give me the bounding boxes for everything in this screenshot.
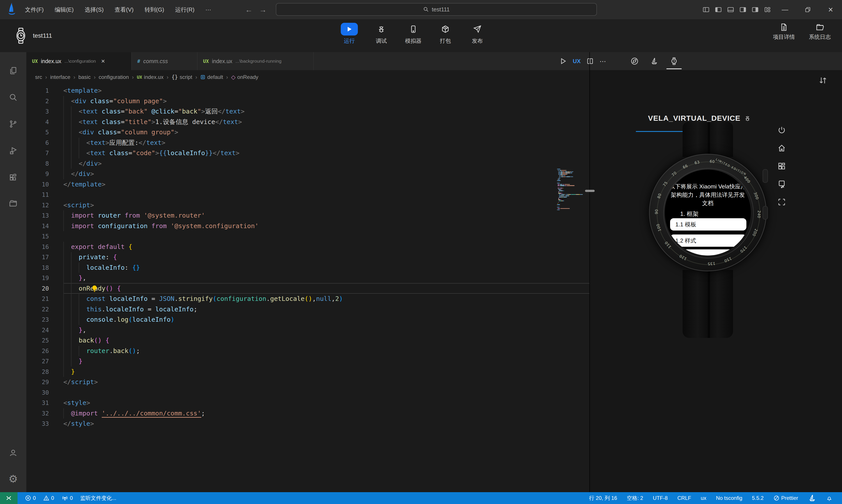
code-line-10[interactable]: 10</template> bbox=[26, 179, 590, 190]
menu-e[interactable]: 编辑(E) bbox=[51, 4, 77, 16]
code-line-15[interactable]: 15 bbox=[26, 231, 590, 242]
statusbar-cursor-position[interactable]: 行 20, 列 16 bbox=[589, 494, 617, 502]
close-window-button[interactable]: × bbox=[819, 0, 842, 19]
breadcrumb-configuration[interactable]: configuration bbox=[99, 74, 129, 80]
close-tab-icon[interactable]: × bbox=[101, 57, 105, 65]
watch-button-1[interactable]: 1.1 模板 bbox=[670, 218, 747, 231]
code-line-4[interactable]: 4<text class="title">1.设备信息 device</text… bbox=[26, 117, 590, 127]
code-line-14[interactable]: 14import configuration from '@system.con… bbox=[26, 221, 590, 231]
statusbar-errors[interactable]: 0 bbox=[25, 495, 36, 501]
code-line-33[interactable]: 33</style> bbox=[26, 418, 590, 429]
device-crop-frame-icon[interactable] bbox=[777, 197, 787, 207]
menu-s[interactable]: 选择(S) bbox=[81, 4, 108, 16]
activitybar-debug-alt-icon[interactable] bbox=[7, 145, 19, 157]
device-power-icon[interactable] bbox=[777, 125, 787, 135]
activitybar-extensions-icon[interactable] bbox=[7, 172, 19, 184]
tab-index.ux-configuration[interactable]: UXindex.ux...\configuration× bbox=[26, 52, 131, 70]
breadcrumb-src[interactable]: src bbox=[35, 74, 42, 80]
watch-screen[interactable]: 以下将展示 Xiaomi Vela快应用架构能力，具体用法详见开发文档 1. 框… bbox=[665, 169, 751, 255]
debug-button[interactable]: 调试 bbox=[365, 21, 397, 44]
breadcrumb-basic[interactable]: basic bbox=[78, 74, 91, 80]
nav-forward-button[interactable]: → bbox=[259, 5, 267, 14]
code-line-6[interactable]: 6<text>应用配置:</text> bbox=[26, 138, 590, 148]
layout-sidebar-right-filled-icon[interactable] bbox=[737, 0, 749, 19]
code-line-25[interactable]: 25back() { bbox=[26, 335, 590, 346]
code-line-19[interactable]: 19}, bbox=[26, 273, 590, 283]
menu-g[interactable]: 转到(G) bbox=[141, 4, 168, 16]
code-line-5[interactable]: 5<div class="column group"> bbox=[26, 127, 590, 138]
statusbar-ide-brand[interactable] bbox=[808, 494, 817, 502]
code-line-30[interactable]: 30 bbox=[26, 388, 590, 398]
layout-panel-bottom-icon[interactable] bbox=[724, 0, 737, 19]
project-details-button[interactable]: 项目详情 bbox=[768, 21, 800, 40]
nav-back-button[interactable]: ← bbox=[245, 5, 252, 14]
menu-f[interactable]: 文件(F) bbox=[21, 4, 48, 16]
code-line-17[interactable]: 17private: { bbox=[26, 252, 590, 263]
code-line-27[interactable]: 27} bbox=[26, 356, 590, 366]
statusbar-encoding[interactable]: UTF-8 bbox=[653, 495, 668, 501]
menu-more[interactable]: ··· bbox=[201, 4, 215, 15]
package-button[interactable]: 打包 bbox=[429, 21, 461, 44]
simulator-button[interactable]: 模拟器 bbox=[397, 21, 429, 44]
device-view-compass-icon[interactable] bbox=[628, 52, 641, 70]
activitybar-files-icon[interactable] bbox=[7, 65, 19, 77]
code-line-16[interactable]: 16export default { bbox=[26, 242, 590, 252]
split-editor-icon[interactable] bbox=[586, 57, 594, 65]
restore-window-button[interactable] bbox=[796, 0, 819, 19]
code-line-24[interactable]: 24}, bbox=[26, 325, 590, 336]
breadcrumb-onReady[interactable]: ◇onReady bbox=[231, 74, 258, 80]
code-line-29[interactable]: 29</script> bbox=[26, 377, 590, 388]
device-grid-icon[interactable] bbox=[777, 161, 787, 171]
minimize-button[interactable]: — bbox=[774, 0, 796, 19]
statusbar-warnings[interactable]: 0 bbox=[43, 495, 54, 501]
menu-r[interactable]: 运行(R) bbox=[171, 4, 198, 16]
activitybar-search-icon[interactable] bbox=[7, 91, 19, 104]
layout-sidebar-left-filled-icon[interactable] bbox=[712, 0, 724, 19]
layout-sidebar-left-icon[interactable] bbox=[700, 0, 712, 19]
code-line-11[interactable]: 11 bbox=[26, 190, 590, 200]
code-line-12[interactable]: 12<script> bbox=[26, 200, 590, 211]
breadcrumb-interface[interactable]: interface bbox=[50, 74, 70, 80]
statusbar-eol[interactable]: CRLF bbox=[677, 495, 691, 501]
breadcrumb-index.ux[interactable]: UXindex.ux bbox=[137, 74, 163, 80]
code-line-28[interactable]: 28} bbox=[26, 366, 590, 377]
code-line-26[interactable]: 26router.back(); bbox=[26, 346, 590, 356]
statusbar-language-mode[interactable]: ux bbox=[701, 495, 706, 501]
menu-v[interactable]: 查看(V) bbox=[111, 4, 138, 16]
breadcrumb-default[interactable]: default bbox=[200, 74, 223, 80]
lightbulb-icon[interactable] bbox=[91, 285, 98, 292]
statusbar-indentation[interactable]: 空格: 2 bbox=[627, 494, 643, 502]
watch-button-2[interactable]: 1.2 样式 bbox=[670, 234, 747, 247]
code-line-3[interactable]: 3<text class="back" @click="back">返回</te… bbox=[26, 106, 590, 117]
activitybar-project-folder-icon[interactable] bbox=[7, 197, 19, 210]
publish-button[interactable]: 发布 bbox=[461, 21, 493, 44]
device-view-watch-icon[interactable] bbox=[668, 52, 680, 70]
statusbar-watch-message[interactable]: 监听文件变化... bbox=[80, 494, 116, 502]
run-button[interactable]: 运行 bbox=[333, 21, 365, 44]
more-actions-icon[interactable]: ⋯ bbox=[599, 57, 607, 65]
code-line-8[interactable]: 8</div> bbox=[26, 158, 590, 169]
command-search-box[interactable]: test111 bbox=[276, 3, 597, 16]
ux-preview-button[interactable]: UX bbox=[573, 58, 581, 65]
code-line-1[interactable]: 1<template> bbox=[26, 86, 590, 96]
code-line-13[interactable]: 13import router from '@system.router' bbox=[26, 210, 590, 221]
code-line-7[interactable]: 7<text class="code">{{localeInfo}}</text… bbox=[26, 148, 590, 158]
layout-custom-icon[interactable] bbox=[761, 0, 774, 19]
device-home-icon[interactable] bbox=[777, 143, 787, 153]
system-log-button[interactable]: 系统日志 bbox=[803, 21, 836, 40]
run-file-icon[interactable] bbox=[559, 57, 567, 65]
code-line-32[interactable]: 32@import '../../../common/comm.css'; bbox=[26, 408, 590, 419]
activitybar-source-control-icon[interactable] bbox=[7, 118, 19, 130]
code-line-23[interactable]: 23console.log(localeInfo) bbox=[26, 314, 590, 325]
statusbar-notifications[interactable] bbox=[826, 495, 832, 501]
code-line-21[interactable]: 21const localeInfo = JSON.stringify(conf… bbox=[26, 294, 590, 304]
splitter-handle[interactable] bbox=[585, 190, 595, 192]
statusbar-tsconfig[interactable]: No tsconfig bbox=[716, 495, 742, 501]
tab-comm.css[interactable]: #comm.css bbox=[131, 52, 197, 70]
code-line-18[interactable]: 18localeInfo: {} bbox=[26, 263, 590, 273]
device-cut-screen-icon[interactable] bbox=[777, 179, 787, 189]
code-line-9[interactable]: 9</div> bbox=[26, 169, 590, 179]
layout-sidebar-right-filled-2-icon[interactable] bbox=[749, 0, 761, 19]
code-line-22[interactable]: 22this.localeInfo = localeInfo; bbox=[26, 304, 590, 315]
tab-index.ux-background-running[interactable]: UXindex.ux...\background-running bbox=[197, 52, 314, 70]
